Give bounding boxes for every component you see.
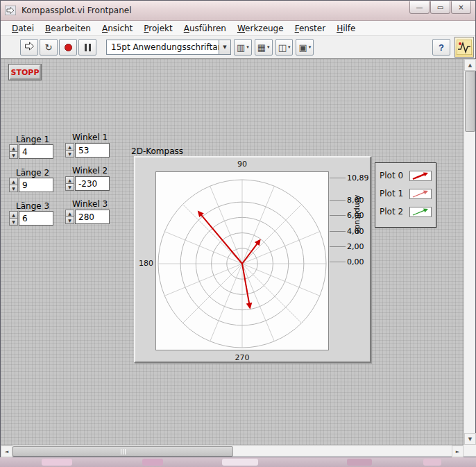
desktop-fragment (222, 459, 258, 466)
horizontal-scrollbar[interactable]: ◄ ► (1, 445, 464, 457)
decrement-icon[interactable]: ▼ (9, 185, 18, 192)
toolbar: ↻ 15pt Anwendungsschriftart ▼ ▥ ▾ ▦ ▾ ◫ … (1, 36, 475, 59)
font-selector[interactable]: 15pt Anwendungsschriftart ▼ (106, 40, 231, 55)
legend-swatch[interactable] (409, 171, 432, 181)
scroll-down-button[interactable]: ▼ (464, 433, 476, 445)
radial-axis-label: Amplitude (353, 195, 362, 234)
resize-objects-dropdown[interactable]: ◫ ▾ (275, 39, 294, 56)
winkel2-control[interactable]: ▲ ▼ (65, 176, 110, 191)
menu-projekt[interactable]: Projekt (138, 22, 178, 35)
scrollbar-corner (464, 445, 476, 457)
abort-button[interactable] (59, 39, 77, 56)
decrement-icon[interactable]: ▼ (9, 152, 18, 159)
help-button[interactable]: ? (432, 39, 450, 56)
minimize-button[interactable]: — (409, 1, 430, 14)
laenge2-input[interactable] (19, 178, 53, 192)
chevron-down-icon[interactable]: ▼ (219, 40, 230, 54)
menu-ansicht[interactable]: Ansicht (96, 22, 138, 35)
run-continuous-button[interactable]: ↻ (40, 39, 58, 56)
chart-title: 2D-Kompass (131, 146, 183, 156)
labview-logo[interactable] (454, 37, 474, 58)
decrement-icon[interactable]: ▼ (65, 217, 74, 224)
reorder-objects-icon: ▣ (298, 42, 307, 53)
chevron-down-icon: ▾ (288, 44, 291, 50)
menu-hilfe[interactable]: Hilfe (331, 22, 361, 35)
scroll-up-button[interactable]: ▲ (464, 59, 476, 71)
abort-icon (65, 44, 72, 51)
legend-label: Plot 0 (380, 171, 403, 180)
legend-swatch[interactable] (409, 207, 432, 217)
labview-window: Kompassplot.vi Frontpanel — ▭ × Datei Be… (0, 0, 476, 457)
laenge3-label: Länge 3 (16, 201, 49, 211)
chart-legend: Plot 0 Plot 1 Plot 2 (375, 162, 436, 228)
laenge1-control[interactable]: ▲ ▼ (9, 144, 53, 159)
chevron-down-icon: ▾ (309, 44, 312, 50)
winkel1-input[interactable] (75, 143, 110, 158)
font-selector-value: 15pt Anwendungsschriftart (107, 42, 219, 52)
stopp-button[interactable]: STOPP (9, 65, 41, 80)
vertical-scroll-thumb[interactable] (465, 71, 475, 132)
laenge1-input[interactable] (19, 144, 53, 159)
increment-icon[interactable]: ▲ (65, 176, 74, 184)
menu-bearbeiten[interactable]: Bearbeiten (40, 22, 96, 35)
scroll-left-button[interactable]: ◄ (1, 445, 12, 457)
laenge2-control[interactable]: ▲ ▼ (9, 178, 53, 192)
scroll-right-button[interactable]: ► (452, 445, 464, 457)
align-objects-icon: ▥ (237, 42, 245, 53)
increment-icon[interactable]: ▲ (9, 211, 18, 219)
legend-item[interactable]: Plot 2 (380, 203, 432, 221)
laenge3-input[interactable] (19, 211, 53, 226)
desktop-fragment (423, 459, 441, 466)
increment-icon[interactable]: ▲ (65, 143, 74, 151)
align-objects-dropdown[interactable]: ▥ ▾ (234, 39, 252, 56)
decrement-icon[interactable]: ▼ (9, 219, 18, 226)
desktop-fragment (42, 459, 72, 466)
maximize-button[interactable]: ▭ (430, 1, 450, 14)
run-button[interactable] (20, 39, 38, 56)
legend-item[interactable]: Plot 1 (380, 185, 432, 203)
winkel1-spinner[interactable]: ▲ ▼ (65, 143, 74, 158)
winkel3-spinner[interactable]: ▲ ▼ (65, 210, 74, 224)
distribute-objects-dropdown[interactable]: ▦ ▾ (255, 39, 273, 56)
labview-app-icon[interactable] (5, 5, 17, 16)
increment-icon[interactable]: ▲ (9, 144, 18, 152)
window-controls: — ▭ × (409, 1, 471, 14)
laenge2-label: Länge 2 (16, 168, 49, 178)
pause-button[interactable] (78, 39, 96, 56)
winkel1-control[interactable]: ▲ ▼ (65, 143, 110, 158)
laenge3-control[interactable]: ▲ ▼ (9, 211, 53, 226)
menubar: Datei Bearbeiten Ansicht Projekt Ausführ… (1, 21, 475, 36)
close-button[interactable]: × (451, 1, 471, 14)
chevron-down-icon: ▾ (246, 44, 249, 50)
menu-werkzeuge[interactable]: Werkzeuge (232, 22, 289, 35)
decrement-icon[interactable]: ▼ (65, 184, 74, 191)
winkel2-input[interactable] (75, 176, 110, 191)
angle-label-180: 180 (136, 259, 153, 268)
vertical-scrollbar[interactable]: ▲ ▼ (464, 59, 475, 445)
angle-label-90: 90 (155, 160, 329, 169)
menu-ausfuehren[interactable]: Ausführen (178, 22, 232, 35)
menu-fenster[interactable]: Fenster (289, 22, 332, 35)
decrement-icon[interactable]: ▼ (65, 151, 74, 158)
desktop-fragment (347, 459, 372, 466)
increment-icon[interactable]: ▲ (9, 178, 18, 185)
titlebar[interactable]: Kompassplot.vi Frontpanel — ▭ × (1, 1, 475, 21)
horizontal-scroll-thumb[interactable] (12, 446, 233, 457)
winkel3-label: Winkel 3 (72, 199, 108, 209)
legend-label: Plot 2 (380, 207, 403, 216)
winkel1-label: Winkel 1 (72, 133, 108, 142)
winkel3-input[interactable] (75, 210, 110, 224)
menu-datei[interactable]: Datei (6, 22, 40, 35)
reorder-objects-dropdown[interactable]: ▣ ▾ (296, 39, 314, 56)
winkel2-spinner[interactable]: ▲ ▼ (65, 176, 74, 191)
angle-label-270: 270 (155, 353, 329, 362)
laenge1-spinner[interactable]: ▲ ▼ (9, 144, 18, 159)
radial-tick: 0,00 (330, 257, 364, 266)
laenge3-spinner[interactable]: ▲ ▼ (9, 211, 18, 226)
legend-item[interactable]: Plot 0 (380, 167, 432, 185)
pause-icon (85, 44, 91, 51)
winkel3-control[interactable]: ▲ ▼ (65, 210, 110, 224)
legend-swatch[interactable] (409, 189, 432, 199)
increment-icon[interactable]: ▲ (65, 210, 74, 217)
laenge2-spinner[interactable]: ▲ ▼ (9, 178, 18, 192)
